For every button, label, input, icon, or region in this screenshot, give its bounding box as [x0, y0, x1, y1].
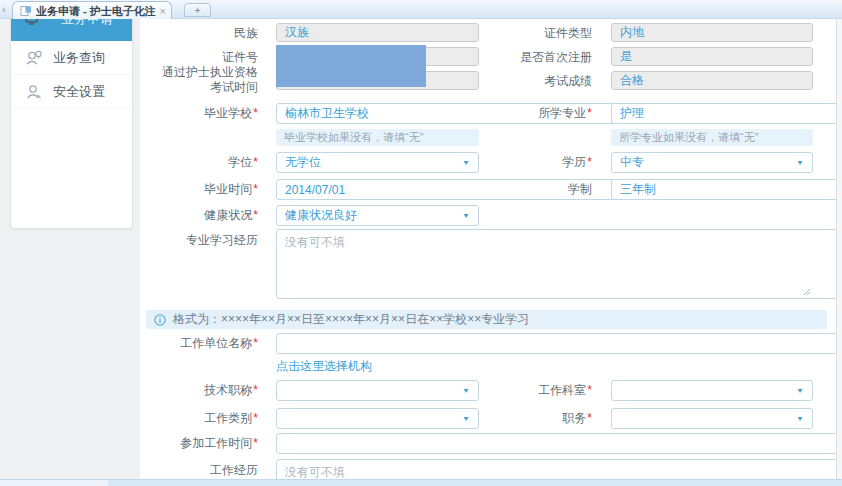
- exam-result-label: 考试成绩: [474, 71, 592, 92]
- security-settings-icon: [25, 83, 43, 101]
- row-work-experience: 工作经历: [140, 459, 836, 479]
- exam-result-input: 合格: [611, 71, 813, 90]
- ethnicity-input: 汉族: [276, 23, 479, 42]
- info-icon: [154, 314, 166, 326]
- school-system-label: 学制: [474, 179, 592, 200]
- row-ethnicity-idtype: 民族 汉族 证件类型 内地: [140, 23, 836, 44]
- health-label: 健康状况*: [140, 205, 258, 226]
- chevron-down-icon: ▼: [796, 382, 804, 398]
- row-select-org: 点击这里选择机构: [276, 359, 576, 373]
- row-study-experience: 专业学习经历: [140, 229, 836, 299]
- chevron-down-icon: ▼: [462, 382, 470, 398]
- major-input[interactable]: [611, 103, 836, 124]
- first-registration-input: 是: [611, 47, 813, 66]
- privacy-redaction-overlay: [276, 45, 426, 87]
- education-label: 学历*: [474, 152, 592, 173]
- school-system-input[interactable]: [611, 179, 836, 200]
- tab-title: 业务申请 - 护士电子化注: [36, 3, 156, 19]
- position-label: 职务*: [474, 408, 592, 429]
- work-unit-input[interactable]: [276, 333, 836, 354]
- position-select[interactable]: ▼: [611, 408, 813, 429]
- first-registration-label: 是否首次注册: [474, 47, 592, 68]
- graduate-school-label: 毕业学校*: [140, 103, 258, 124]
- format-note-bar: 格式为：××××年××月××日至××××年××月××日在××学校××专业学习: [146, 310, 827, 329]
- id-type-input: 内地: [611, 23, 813, 42]
- graduate-school-hint: 毕业学校如果没有，请填“无”: [276, 129, 479, 146]
- row-techtitle-dept: 技术职称* ▼ 工作科室* ▼: [140, 380, 836, 401]
- row-school-major: 毕业学校* 所学专业*: [140, 103, 836, 124]
- degree-label: 学位*: [140, 152, 258, 173]
- format-note-text: 格式为：××××年××月××日至××××年××月××日在××学校××专业学习: [173, 311, 529, 328]
- sidebar-item-business-application[interactable]: 业务申请: [11, 19, 132, 41]
- chevron-down-icon: ▼: [462, 154, 470, 170]
- chevron-down-icon: ▼: [796, 154, 804, 170]
- row-health: 健康状况* 健康状况良好▼: [140, 205, 836, 226]
- graduation-date-label: 毕业时间*: [140, 179, 258, 200]
- ethnicity-label: 民族: [140, 23, 258, 44]
- row-category-position: 工作类别* ▼ 职务* ▼: [140, 408, 836, 429]
- study-experience-label: 专业学习经历: [140, 232, 258, 248]
- horizontal-scrollbar-thumb[interactable]: [0, 480, 108, 486]
- work-category-label: 工作类别*: [140, 408, 258, 429]
- row-gradtime-system: 毕业时间* 学制: [140, 179, 836, 200]
- sidebar-item-security-settings[interactable]: 安全设置: [11, 75, 132, 109]
- major-hint: 所学专业如果没有，请填“无”: [611, 129, 813, 146]
- work-experience-label: 工作经历: [140, 462, 258, 478]
- major-label: 所学专业*: [474, 103, 592, 124]
- registration-form: 民族 汉族 证件类型 内地 证件号 是否首次注册 是 通过护士执业资格考试时间 …: [140, 19, 836, 479]
- work-experience-textarea[interactable]: [276, 459, 836, 479]
- tab-close-icon[interactable]: ×: [160, 4, 166, 18]
- sidebar-item-label: 安全设置: [53, 83, 105, 101]
- sidebar-item-label: 业务申请: [61, 19, 113, 28]
- id-type-label: 证件类型: [474, 23, 592, 44]
- health-select[interactable]: 健康状况良好▼: [276, 205, 479, 226]
- sidebar: 业务申请 业务查询 安全设置: [10, 19, 133, 229]
- tech-title-select[interactable]: ▼: [276, 380, 479, 401]
- vertical-scrollbar[interactable]: [836, 19, 842, 479]
- row-degree-education: 学位* 无学位▼ 学历* 中专▼: [140, 152, 836, 173]
- business-query-icon: [25, 49, 43, 67]
- browser-tab[interactable]: 业务申请 - 护士电子化注 ×: [12, 1, 172, 19]
- horizontal-scrollbar[interactable]: [0, 479, 842, 486]
- education-select[interactable]: 中专▼: [611, 152, 813, 173]
- work-category-select[interactable]: ▼: [276, 408, 479, 429]
- application-icon: [25, 19, 38, 25]
- work-start-input[interactable]: [276, 433, 836, 454]
- tab-favicon-icon: [20, 5, 32, 17]
- new-tab-button[interactable]: +: [184, 3, 211, 17]
- tech-title-label: 技术职称*: [140, 380, 258, 401]
- browser-tab-bar: ‹ 业务申请 - 护士电子化注 × +: [0, 0, 842, 19]
- sidebar-item-business-query[interactable]: 业务查询: [11, 41, 132, 75]
- row-hints: 毕业学校如果没有，请填“无” 所学专业如果没有，请填“无”: [140, 129, 836, 146]
- sidebar-item-label: 业务查询: [53, 49, 105, 67]
- tab-scroll-left-icon[interactable]: ‹: [2, 2, 6, 16]
- row-work-unit: 工作单位名称*: [140, 333, 836, 354]
- work-unit-label: 工作单位名称*: [140, 333, 258, 354]
- exam-time-label: 通过护士执业资格考试时间: [140, 65, 258, 95]
- study-experience-textarea[interactable]: [276, 229, 836, 299]
- chevron-down-icon: ▼: [462, 207, 470, 223]
- resize-grip-icon[interactable]: [803, 288, 811, 296]
- chevron-down-icon: ▼: [462, 410, 470, 426]
- work-dept-select[interactable]: ▼: [611, 380, 813, 401]
- degree-select[interactable]: 无学位▼: [276, 152, 479, 173]
- select-organization-link[interactable]: 点击这里选择机构: [276, 359, 372, 373]
- work-dept-label: 工作科室*: [474, 380, 592, 401]
- work-start-label: 参加工作时间*: [140, 433, 258, 454]
- row-work-start: 参加工作时间*: [140, 433, 836, 454]
- chevron-down-icon: ▼: [796, 410, 804, 426]
